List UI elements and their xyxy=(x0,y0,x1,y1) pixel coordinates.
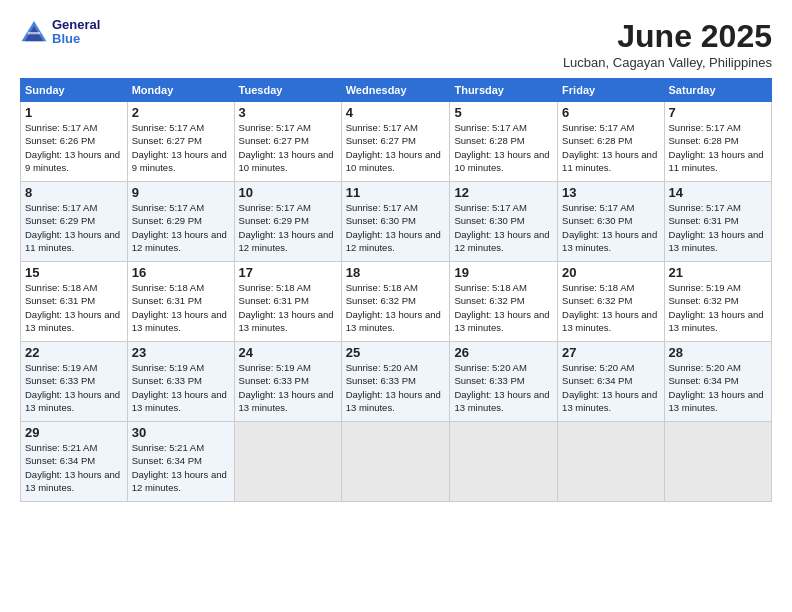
day-detail: Sunrise: 5:17 AMSunset: 6:28 PMDaylight:… xyxy=(562,122,657,173)
col-monday: Monday xyxy=(127,79,234,102)
col-sunday: Sunday xyxy=(21,79,128,102)
day-number: 29 xyxy=(25,425,123,440)
day-number: 15 xyxy=(25,265,123,280)
table-row: 5 Sunrise: 5:17 AMSunset: 6:28 PMDayligh… xyxy=(450,102,558,182)
table-row: 18 Sunrise: 5:18 AMSunset: 6:32 PMDaylig… xyxy=(341,262,450,342)
col-tuesday: Tuesday xyxy=(234,79,341,102)
logo-line2: Blue xyxy=(52,32,100,46)
day-detail: Sunrise: 5:17 AMSunset: 6:30 PMDaylight:… xyxy=(454,202,549,253)
day-detail: Sunrise: 5:20 AMSunset: 6:33 PMDaylight:… xyxy=(346,362,441,413)
day-detail: Sunrise: 5:19 AMSunset: 6:33 PMDaylight:… xyxy=(25,362,120,413)
day-number: 20 xyxy=(562,265,659,280)
table-row: 9 Sunrise: 5:17 AMSunset: 6:29 PMDayligh… xyxy=(127,182,234,262)
logo: General Blue xyxy=(20,18,100,47)
table-row: 24 Sunrise: 5:19 AMSunset: 6:33 PMDaylig… xyxy=(234,342,341,422)
logo-text: General Blue xyxy=(52,18,100,47)
table-row: 30 Sunrise: 5:21 AMSunset: 6:34 PMDaylig… xyxy=(127,422,234,502)
day-number: 13 xyxy=(562,185,659,200)
table-row: 21 Sunrise: 5:19 AMSunset: 6:32 PMDaylig… xyxy=(664,262,771,342)
day-number: 2 xyxy=(132,105,230,120)
day-detail: Sunrise: 5:17 AMSunset: 6:30 PMDaylight:… xyxy=(346,202,441,253)
calendar-week-row: 8 Sunrise: 5:17 AMSunset: 6:29 PMDayligh… xyxy=(21,182,772,262)
day-detail: Sunrise: 5:21 AMSunset: 6:34 PMDaylight:… xyxy=(25,442,120,493)
day-number: 17 xyxy=(239,265,337,280)
table-row xyxy=(558,422,664,502)
day-number: 16 xyxy=(132,265,230,280)
logo-icon xyxy=(20,18,48,46)
day-number: 28 xyxy=(669,345,767,360)
table-row xyxy=(234,422,341,502)
day-number: 23 xyxy=(132,345,230,360)
day-number: 3 xyxy=(239,105,337,120)
table-row: 6 Sunrise: 5:17 AMSunset: 6:28 PMDayligh… xyxy=(558,102,664,182)
calendar-week-row: 22 Sunrise: 5:19 AMSunset: 6:33 PMDaylig… xyxy=(21,342,772,422)
table-row: 20 Sunrise: 5:18 AMSunset: 6:32 PMDaylig… xyxy=(558,262,664,342)
table-row: 17 Sunrise: 5:18 AMSunset: 6:31 PMDaylig… xyxy=(234,262,341,342)
table-row: 25 Sunrise: 5:20 AMSunset: 6:33 PMDaylig… xyxy=(341,342,450,422)
logo-line1: General xyxy=(52,18,100,32)
table-row: 12 Sunrise: 5:17 AMSunset: 6:30 PMDaylig… xyxy=(450,182,558,262)
header: General Blue June 2025 Lucban, Cagayan V… xyxy=(20,18,772,70)
day-detail: Sunrise: 5:17 AMSunset: 6:27 PMDaylight:… xyxy=(346,122,441,173)
day-number: 6 xyxy=(562,105,659,120)
day-detail: Sunrise: 5:18 AMSunset: 6:32 PMDaylight:… xyxy=(454,282,549,333)
day-detail: Sunrise: 5:20 AMSunset: 6:34 PMDaylight:… xyxy=(562,362,657,413)
table-row: 19 Sunrise: 5:18 AMSunset: 6:32 PMDaylig… xyxy=(450,262,558,342)
table-row: 28 Sunrise: 5:20 AMSunset: 6:34 PMDaylig… xyxy=(664,342,771,422)
table-row: 3 Sunrise: 5:17 AMSunset: 6:27 PMDayligh… xyxy=(234,102,341,182)
day-number: 4 xyxy=(346,105,446,120)
calendar-week-row: 1 Sunrise: 5:17 AMSunset: 6:26 PMDayligh… xyxy=(21,102,772,182)
day-detail: Sunrise: 5:19 AMSunset: 6:32 PMDaylight:… xyxy=(669,282,764,333)
table-row: 1 Sunrise: 5:17 AMSunset: 6:26 PMDayligh… xyxy=(21,102,128,182)
table-row: 16 Sunrise: 5:18 AMSunset: 6:31 PMDaylig… xyxy=(127,262,234,342)
day-detail: Sunrise: 5:17 AMSunset: 6:29 PMDaylight:… xyxy=(239,202,334,253)
day-detail: Sunrise: 5:19 AMSunset: 6:33 PMDaylight:… xyxy=(239,362,334,413)
table-row xyxy=(341,422,450,502)
day-detail: Sunrise: 5:21 AMSunset: 6:34 PMDaylight:… xyxy=(132,442,227,493)
day-detail: Sunrise: 5:17 AMSunset: 6:27 PMDaylight:… xyxy=(132,122,227,173)
day-detail: Sunrise: 5:18 AMSunset: 6:32 PMDaylight:… xyxy=(562,282,657,333)
table-row: 22 Sunrise: 5:19 AMSunset: 6:33 PMDaylig… xyxy=(21,342,128,422)
day-detail: Sunrise: 5:17 AMSunset: 6:28 PMDaylight:… xyxy=(669,122,764,173)
table-row: 23 Sunrise: 5:19 AMSunset: 6:33 PMDaylig… xyxy=(127,342,234,422)
day-number: 25 xyxy=(346,345,446,360)
day-detail: Sunrise: 5:17 AMSunset: 6:26 PMDaylight:… xyxy=(25,122,120,173)
day-number: 9 xyxy=(132,185,230,200)
day-detail: Sunrise: 5:18 AMSunset: 6:31 PMDaylight:… xyxy=(132,282,227,333)
table-row: 13 Sunrise: 5:17 AMSunset: 6:30 PMDaylig… xyxy=(558,182,664,262)
title-area: June 2025 Lucban, Cagayan Valley, Philip… xyxy=(563,18,772,70)
day-number: 5 xyxy=(454,105,553,120)
day-number: 1 xyxy=(25,105,123,120)
day-number: 30 xyxy=(132,425,230,440)
day-number: 19 xyxy=(454,265,553,280)
table-row: 11 Sunrise: 5:17 AMSunset: 6:30 PMDaylig… xyxy=(341,182,450,262)
table-row: 27 Sunrise: 5:20 AMSunset: 6:34 PMDaylig… xyxy=(558,342,664,422)
col-thursday: Thursday xyxy=(450,79,558,102)
day-detail: Sunrise: 5:20 AMSunset: 6:33 PMDaylight:… xyxy=(454,362,549,413)
day-number: 10 xyxy=(239,185,337,200)
svg-rect-2 xyxy=(28,32,40,34)
day-number: 7 xyxy=(669,105,767,120)
calendar-table: Sunday Monday Tuesday Wednesday Thursday… xyxy=(20,78,772,502)
day-number: 21 xyxy=(669,265,767,280)
day-number: 22 xyxy=(25,345,123,360)
table-row: 26 Sunrise: 5:20 AMSunset: 6:33 PMDaylig… xyxy=(450,342,558,422)
day-detail: Sunrise: 5:17 AMSunset: 6:29 PMDaylight:… xyxy=(132,202,227,253)
col-friday: Friday xyxy=(558,79,664,102)
table-row: 2 Sunrise: 5:17 AMSunset: 6:27 PMDayligh… xyxy=(127,102,234,182)
day-detail: Sunrise: 5:17 AMSunset: 6:29 PMDaylight:… xyxy=(25,202,120,253)
day-number: 14 xyxy=(669,185,767,200)
day-detail: Sunrise: 5:17 AMSunset: 6:27 PMDaylight:… xyxy=(239,122,334,173)
table-row: 7 Sunrise: 5:17 AMSunset: 6:28 PMDayligh… xyxy=(664,102,771,182)
col-saturday: Saturday xyxy=(664,79,771,102)
table-row xyxy=(450,422,558,502)
day-number: 8 xyxy=(25,185,123,200)
day-number: 27 xyxy=(562,345,659,360)
day-number: 11 xyxy=(346,185,446,200)
month-title: June 2025 xyxy=(563,18,772,55)
day-number: 24 xyxy=(239,345,337,360)
day-detail: Sunrise: 5:19 AMSunset: 6:33 PMDaylight:… xyxy=(132,362,227,413)
header-row: Sunday Monday Tuesday Wednesday Thursday… xyxy=(21,79,772,102)
table-row: 15 Sunrise: 5:18 AMSunset: 6:31 PMDaylig… xyxy=(21,262,128,342)
table-row: 8 Sunrise: 5:17 AMSunset: 6:29 PMDayligh… xyxy=(21,182,128,262)
